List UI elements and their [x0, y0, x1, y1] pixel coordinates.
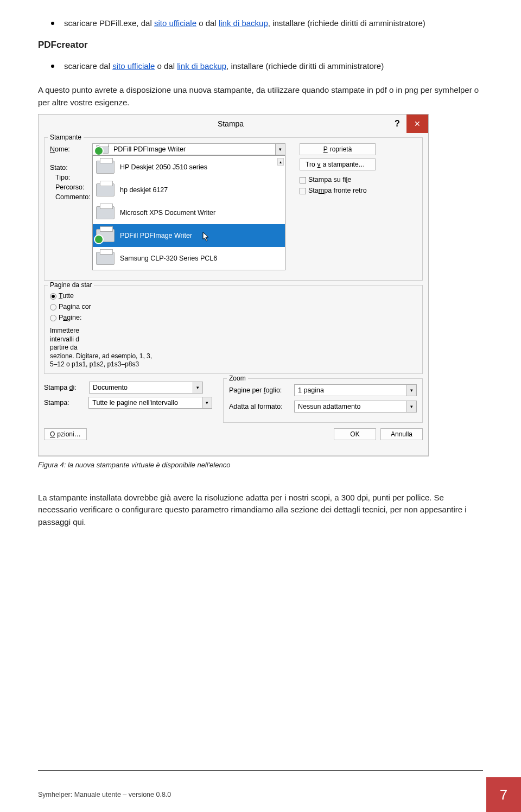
zoom-group: Zoom Pagine per foglio: 1 pagina ▾ Adatt…	[223, 378, 423, 423]
trova-stampante-button[interactable]: Trova stampante…	[300, 158, 376, 170]
percorso-label: Percorso:	[55, 183, 85, 191]
pagine-group: Pagine da star Tutte Pagina cor Pagine: …	[44, 285, 423, 374]
text-mid: o dal	[196, 18, 219, 28]
text-pre: scaricare PDFill.exe, dal	[64, 18, 154, 28]
printer-icon	[96, 161, 115, 174]
nome-label: N	[50, 145, 55, 153]
stampante-group: Stampante Nome: PDFill PDFImage Writer ▾	[44, 137, 423, 281]
help-button[interactable]: ?	[388, 115, 406, 133]
page-number: 7	[486, 777, 521, 812]
bullet-pdfill: scaricare PDFill.exe, dal sito ufficiale…	[38, 17, 483, 30]
stampa-combo[interactable]: Tutte le pagine nell'intervallo ▾	[88, 397, 212, 409]
stampa-label: Stampa:	[44, 399, 84, 407]
pagine-per-foglio-combo[interactable]: 1 pagina ▾	[294, 384, 417, 396]
adatta-combo[interactable]: Nessun adattamento ▾	[294, 401, 417, 413]
printer-combo[interactable]: PDFill PDFImage Writer ▾ ▴ HP Deskjet 20…	[92, 143, 285, 155]
ok-button[interactable]: OK	[334, 428, 376, 440]
close-button[interactable]: ✕	[406, 115, 428, 133]
text-post2: , installare (richiede diritti di ammini…	[226, 61, 384, 71]
footer-text: Symhelper: Manuale utente – versione 0.8…	[0, 791, 486, 798]
text-pre2: scaricare dal	[64, 61, 112, 71]
chevron-down-icon[interactable]: ▾	[406, 385, 416, 396]
bullet-pdfcreator: scaricare dal sito ufficiale o dal link …	[38, 60, 483, 73]
annulla-button[interactable]: Annulla	[380, 428, 423, 440]
figure-caption: Figura 4: la nuova stampante virtuale è …	[38, 461, 483, 469]
page-footer: Symhelper: Manuale utente – versione 0.8…	[0, 770, 521, 812]
text-post: , installare (richiede diritti di ammini…	[268, 18, 425, 28]
link-backup[interactable]: link di backup	[219, 18, 268, 28]
pagine-note: Immettere intervalli d partire da sezion…	[50, 325, 417, 369]
fronte-retro-checkbox[interactable]: Stampa fronte retro	[300, 187, 417, 194]
proprieta-button[interactable]: Proprietà	[300, 143, 376, 155]
adatta-label: Adatta al formato:	[229, 403, 294, 410]
cursor-icon	[202, 232, 210, 242]
stampante-group-label: Stampante	[48, 134, 84, 141]
stampa-di-combo[interactable]: Documento ▾	[89, 382, 203, 394]
bullet-list-2: scaricare dal sito ufficiale o dal link …	[38, 60, 483, 73]
printer-option-selected[interactable]: PDFill PDFImage Writer	[93, 224, 285, 247]
paragraph-after: La stampante installata dovrebbe già ave…	[38, 492, 483, 529]
printer-option[interactable]: Microsoft XPS Document Writer	[93, 201, 285, 224]
radio-pagine[interactable]: Pagine:	[50, 314, 107, 321]
dialog-title: Stampa	[73, 115, 388, 133]
printer-icon	[96, 229, 115, 242]
scroll-up-icon[interactable]: ▴	[277, 158, 284, 166]
chevron-down-icon[interactable]: ▾	[406, 401, 416, 412]
pagine-group-label: Pagine da star	[48, 281, 94, 289]
chevron-down-icon[interactable]: ▾	[193, 382, 202, 393]
stampa-su-file-checkbox[interactable]: Stampa su file	[300, 176, 417, 183]
stato-label: Stato:	[50, 164, 89, 172]
heading-pdfcreator: PDFcreator	[38, 40, 483, 50]
print-dialog: Stampa ? ✕ Stampante Nome: PDFill PDFIma…	[38, 114, 429, 456]
radio-tutte[interactable]: Tutte	[50, 292, 107, 300]
title-bar: Stampa ? ✕	[39, 115, 428, 133]
zoom-label: Zoom	[227, 375, 248, 382]
printer-dropdown: ▴ HP Deskjet 2050 J510 series hp deskjet…	[92, 155, 285, 270]
tipo-label: Tipo:	[55, 174, 70, 181]
printer-icon	[96, 183, 115, 196]
link-sito-ufficiale-2[interactable]: sito ufficiale	[112, 61, 155, 71]
link-backup-2[interactable]: link di backup	[177, 61, 226, 71]
printer-option[interactable]: Samsung CLP-320 Series PCL6	[93, 247, 285, 270]
chevron-down-icon[interactable]: ▾	[275, 144, 285, 155]
radio-pagina-corrente[interactable]: Pagina cor	[50, 303, 107, 310]
bullet-list-1: scaricare PDFill.exe, dal sito ufficiale…	[38, 17, 483, 30]
link-sito-ufficiale[interactable]: sito ufficiale	[154, 18, 196, 28]
opzioni-button[interactable]: Opzioni…	[44, 428, 87, 440]
text-mid2: o dal	[155, 61, 177, 71]
printer-icon	[96, 206, 115, 219]
paragraph-intro: A questo punto avrete a disposizione una…	[38, 84, 483, 109]
chevron-down-icon[interactable]: ▾	[202, 397, 212, 408]
printer-option[interactable]: HP Deskjet 2050 J510 series	[93, 156, 285, 179]
printer-selected-value: PDFill PDFImage Writer	[113, 145, 186, 153]
printer-icon	[96, 145, 109, 154]
commento-label: Commento:	[55, 193, 91, 201]
printer-option[interactable]: hp deskjet 6127	[93, 179, 285, 201]
printer-icon	[96, 252, 115, 265]
